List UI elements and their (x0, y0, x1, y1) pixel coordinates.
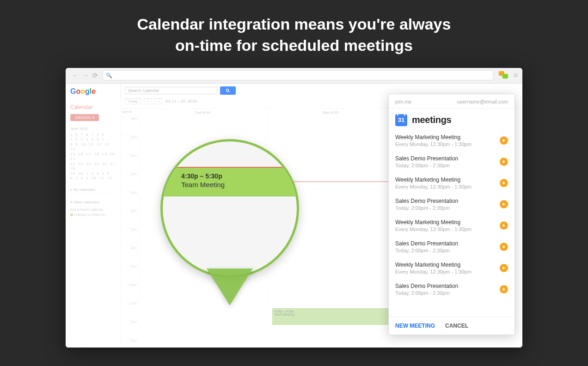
headline-line1: Calendar integration means you're always (137, 15, 451, 33)
svg-marker-8 (503, 267, 506, 269)
svg-line-1 (228, 91, 229, 92)
calendar-search-input[interactable]: Search Calendar (125, 87, 217, 94)
meeting-list: Weekly Marketing MeetingEvery Monday, 12… (389, 130, 514, 317)
meeting-name: Weekly Marketing Meeting (395, 219, 472, 226)
meeting-time: Today, 2:00pm - 2:30pm (395, 248, 458, 253)
search-icon: 🔍 (106, 73, 112, 79)
other-calendars-section[interactable]: ▾ Other calendars (70, 200, 116, 206)
calendar-label: Calendar (70, 104, 116, 110)
google-sidebar: Google Calendar CREATE ▾ June 2015 S M T… (66, 84, 121, 348)
meeting-item[interactable]: Sales Demo PresentationToday, 2:00pm - 2… (389, 236, 514, 257)
menu-icon[interactable]: ≡ (514, 71, 518, 79)
popup-brand: join.me (395, 99, 411, 104)
meeting-item[interactable]: Sales Demo PresentationToday, 2:00pm - 2… (389, 194, 514, 215)
meeting-time: Today, 2:00pm - 2:30pm (395, 163, 458, 168)
new-meeting-button[interactable]: NEW MEETING (395, 323, 435, 329)
browser-window: ← → ⟳ 🔍 ≡ Google Calendar CREATE ▾ June … (66, 68, 522, 348)
play-icon[interactable] (500, 179, 508, 187)
joinme-extension-icon[interactable] (499, 71, 509, 79)
meetings-title: meetings (412, 115, 451, 125)
svg-marker-7 (503, 245, 506, 248)
today-button[interactable]: Today (125, 98, 141, 104)
meeting-time: Every Monday, 12:30pm - 1:30pm (395, 226, 472, 232)
date-range-label: Jul 14 – 20, 2015 (165, 99, 197, 104)
calendar-icon: 31 (395, 114, 407, 126)
meeting-name: Sales Demo Presentation (395, 283, 458, 289)
svg-marker-5 (503, 203, 506, 206)
day-header: Mon 6/15 (267, 109, 395, 116)
play-icon[interactable] (500, 200, 508, 208)
popup-user: username@email.com (457, 99, 508, 104)
meeting-time: Today, 2:00pm - 2:30pm (395, 290, 458, 296)
svg-marker-6 (503, 224, 506, 227)
play-icon[interactable] (500, 221, 508, 230)
meeting-name: Weekly Marketing Meeting (395, 177, 472, 183)
calendar-event[interactable]: 4:30p – 5:30p Team Meeting (272, 308, 390, 325)
back-icon[interactable]: ← (72, 72, 79, 79)
play-icon[interactable] (500, 243, 508, 251)
meeting-time: Every Monday, 12:30pm - 1:30pm (395, 269, 472, 274)
add-friend-calendar[interactable]: Add a friend's calendar (70, 208, 116, 211)
svg-marker-2 (503, 139, 506, 142)
joinme-popup: join.me username@email.com 31 meetings W… (388, 94, 515, 335)
reload-icon[interactable]: ⟳ (92, 72, 98, 79)
meeting-item[interactable]: Sales Demo PresentationToday, 2:00pm - 2… (389, 151, 514, 172)
create-button[interactable]: CREATE ▾ (70, 114, 99, 121)
my-calendars-section[interactable]: ▸ My calendars (70, 188, 116, 194)
gmt-label: GMT-04 (121, 109, 139, 116)
svg-marker-3 (503, 160, 506, 163)
day-header: Sun 6/14 (139, 109, 267, 116)
svg-marker-4 (503, 182, 506, 184)
svg-point-0 (227, 89, 229, 91)
forward-icon[interactable]: → (82, 72, 89, 79)
play-icon[interactable] (500, 264, 508, 272)
mini-calendar[interactable]: S M T W T F S 1 2 3 4 5 6 7 8 9 10 11 12… (70, 133, 116, 181)
headline-line2: on-time for scheduled meetings (175, 37, 413, 54)
play-icon[interactable] (500, 158, 508, 166)
mini-month-label: June 2015 (70, 127, 116, 131)
play-icon[interactable] (500, 136, 508, 145)
dropdown-icon: ▾ (92, 116, 95, 120)
meeting-time: Every Monday, 12:30pm - 1:30pm (395, 141, 472, 147)
cancel-button[interactable]: CANCEL (445, 323, 468, 329)
promo-headline: Calendar integration means you're always… (0, 0, 588, 68)
meeting-item[interactable]: Weekly Marketing MeetingEvery Monday, 12… (389, 215, 514, 236)
meeting-time: Today, 2:00pm - 2:30pm (395, 205, 458, 211)
next-icon[interactable]: › (154, 98, 162, 104)
holidays-calendar[interactable]: Holidays in United St... (70, 213, 116, 216)
meeting-name: Sales Demo Presentation (395, 198, 458, 204)
browser-chrome-bar: ← → ⟳ 🔍 ≡ (66, 68, 522, 84)
meeting-time: Every Monday, 12:30pm - 1:30pm (395, 184, 472, 189)
meeting-name: Weekly Marketing Meeting (395, 134, 472, 140)
meeting-item[interactable]: Sales Demo PresentationToday, 2:00pm - 2… (389, 279, 514, 300)
meeting-name: Weekly Marketing Meeting (395, 262, 472, 268)
google-logo: Google (70, 87, 116, 96)
meeting-item[interactable]: Weekly Marketing MeetingEvery Monday, 12… (389, 130, 514, 151)
omnibox-input[interactable]: 🔍 (103, 70, 493, 80)
checkbox-icon (70, 214, 73, 216)
search-button[interactable] (220, 86, 236, 95)
meeting-item[interactable]: Weekly Marketing MeetingEvery Monday, 12… (389, 257, 514, 279)
svg-marker-9 (503, 288, 506, 291)
meeting-item[interactable]: Weekly Marketing MeetingEvery Monday, 12… (389, 172, 514, 194)
prev-icon[interactable]: ‹ (144, 98, 152, 104)
meeting-name: Sales Demo Presentation (395, 240, 458, 247)
play-icon[interactable] (500, 285, 508, 293)
meeting-name: Sales Demo Presentation (395, 155, 458, 162)
